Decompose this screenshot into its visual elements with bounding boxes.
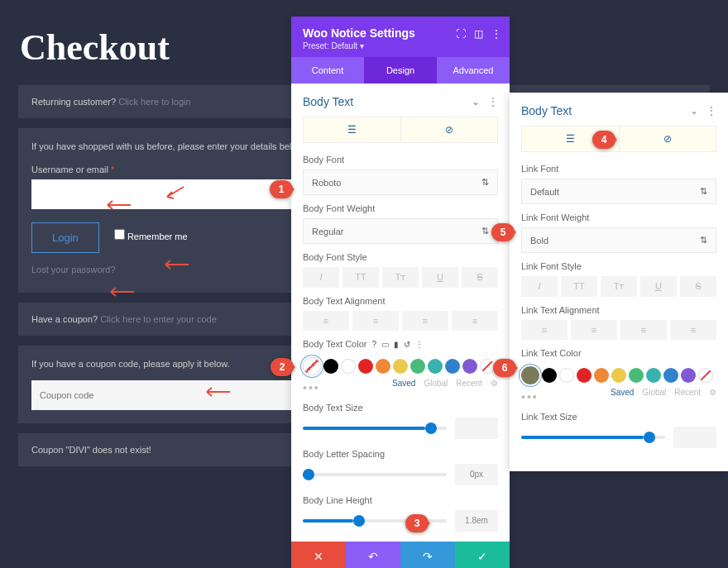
link-mode-icon[interactable]: ⊘ <box>619 126 716 151</box>
align-center-button[interactable]: ≡ <box>571 320 617 340</box>
swatch-yellow[interactable] <box>393 359 408 374</box>
callout-4: 4 <box>592 131 615 149</box>
text-mode-icon[interactable]: ☰ <box>304 117 400 142</box>
link-font-select[interactable]: Default⇅ <box>521 179 716 204</box>
align-left-button[interactable]: ≡ <box>303 311 349 331</box>
size-value[interactable] <box>455 418 498 439</box>
size-slider[interactable] <box>303 427 447 430</box>
swatch-teal[interactable] <box>428 359 443 374</box>
swatch-purple[interactable] <box>462 359 477 374</box>
titlecase-button[interactable]: Tᴛ <box>601 276 637 297</box>
color-menu-icon[interactable]: ⋮ <box>415 340 424 349</box>
undo-button[interactable]: ↶ <box>346 542 400 568</box>
swatch-yellow[interactable] <box>611 368 626 383</box>
align-center-button[interactable]: ≡ <box>352 311 399 331</box>
collapse-icon[interactable]: ⌄ <box>472 96 480 107</box>
callout-3: 3 <box>405 514 429 532</box>
swatch-orange[interactable] <box>376 359 390 374</box>
chevron-icon: ⇅ <box>700 235 707 246</box>
menu-icon[interactable]: ⋮ <box>491 28 501 40</box>
login-button[interactable]: Login <box>31 222 99 253</box>
body-weight-label: Body Font Weight <box>303 203 498 213</box>
global-preset[interactable]: Global <box>424 379 448 388</box>
align-right-button[interactable]: ≡ <box>402 311 448 331</box>
body-weight-select[interactable]: Regular⇅ <box>303 218 498 244</box>
global-preset[interactable]: Global <box>642 388 666 397</box>
gear-icon[interactable]: ⚙ <box>709 388 716 397</box>
swatch-purple[interactable] <box>681 368 696 383</box>
save-button[interactable]: ✓ <box>455 542 510 568</box>
align-right-button[interactable]: ≡ <box>620 320 667 340</box>
spacing-slider[interactable] <box>303 473 447 476</box>
underline-button[interactable]: U <box>422 267 458 288</box>
swatch-blue[interactable] <box>663 368 678 383</box>
reset-icon[interactable]: ↺ <box>404 340 410 349</box>
text-link-toggle: ☰ ⊘ <box>303 117 498 143</box>
panel-preset[interactable]: Preset: Default ▾ <box>303 41 498 50</box>
link-color-swatches <box>521 366 716 384</box>
spacing-value[interactable]: 0px <box>455 464 498 485</box>
redo-button[interactable]: ↷ <box>400 542 455 568</box>
swatch-red[interactable] <box>358 359 373 374</box>
italic-button[interactable]: I <box>303 267 339 288</box>
section-menu-icon[interactable]: ⋮ <box>488 96 498 107</box>
uppercase-button[interactable]: TT <box>561 276 597 297</box>
uppercase-button[interactable]: TT <box>342 267 379 288</box>
login-link[interactable]: Click here to login <box>118 97 190 107</box>
strike-button[interactable]: S <box>680 276 716 297</box>
link-size-value[interactable] <box>673 427 716 448</box>
help-icon[interactable]: ? <box>371 340 376 349</box>
more-dots[interactable]: ••• <box>521 390 539 403</box>
italic-button[interactable]: I <box>521 276 558 297</box>
collapse-icon[interactable]: ⌄ <box>690 105 698 117</box>
underline-button[interactable]: U <box>640 276 677 297</box>
swatch-green[interactable] <box>410 359 425 374</box>
remember-label[interactable]: Remember me <box>114 229 188 241</box>
line-value[interactable]: 1.8em <box>455 510 498 532</box>
phone-icon[interactable]: ▮ <box>394 340 399 349</box>
link-align-label: Link Text Alignment <box>521 305 716 315</box>
swatch-orange[interactable] <box>594 368 609 383</box>
align-left-button[interactable]: ≡ <box>521 320 568 340</box>
tab-content[interactable]: Content <box>291 57 364 84</box>
align-justify-button[interactable]: ≡ <box>452 311 498 331</box>
expand-icon[interactable]: ⛶ <box>456 28 466 40</box>
swatch-white[interactable] <box>559 368 574 383</box>
swatch-teal[interactable] <box>646 368 661 383</box>
align-justify-button[interactable]: ≡ <box>670 320 716 340</box>
section-menu-icon[interactable]: ⋮ <box>706 105 716 117</box>
swatch-black[interactable] <box>323 359 338 374</box>
more-dots[interactable]: ••• <box>303 381 320 394</box>
link-section-title[interactable]: Body Text <box>521 104 572 117</box>
tablet-icon[interactable]: ▭ <box>381 340 389 349</box>
gear-icon[interactable]: ⚙ <box>491 379 498 388</box>
swatch-black[interactable] <box>542 368 557 383</box>
cancel-button[interactable]: ✕ <box>291 542 346 568</box>
link-size-slider[interactable] <box>521 436 665 439</box>
swatch-blue[interactable] <box>445 359 460 374</box>
tab-design[interactable]: Design <box>364 57 437 84</box>
saved-preset[interactable]: Saved <box>611 388 634 397</box>
swatch-green[interactable] <box>629 368 644 383</box>
body-style-label: Body Font Style <box>303 252 498 262</box>
swatch-white[interactable] <box>341 359 356 374</box>
link-weight-select[interactable]: Bold⇅ <box>521 227 716 253</box>
coupon-notice-text: Have a coupon? <box>31 314 100 324</box>
swatch-selected[interactable] <box>521 366 539 384</box>
column-icon[interactable]: ◫ <box>474 28 483 40</box>
section-title[interactable]: Body Text <box>303 95 353 108</box>
tab-advanced[interactable]: Advanced <box>437 57 510 84</box>
body-font-select[interactable]: Roboto⇅ <box>303 169 498 195</box>
arrow-icon <box>204 386 232 398</box>
swatch-clear[interactable] <box>698 368 713 383</box>
swatch-none[interactable] <box>303 357 321 375</box>
recent-preset[interactable]: Recent <box>456 379 482 388</box>
link-mode-icon[interactable]: ⊘ <box>400 117 498 142</box>
saved-preset[interactable]: Saved <box>392 379 415 388</box>
swatch-red[interactable] <box>577 368 592 383</box>
titlecase-button[interactable]: Tᴛ <box>382 267 419 288</box>
strike-button[interactable]: S <box>462 267 498 288</box>
remember-checkbox[interactable] <box>114 229 125 240</box>
recent-preset[interactable]: Recent <box>674 388 701 397</box>
coupon-link[interactable]: Click here to enter your code <box>100 314 217 324</box>
